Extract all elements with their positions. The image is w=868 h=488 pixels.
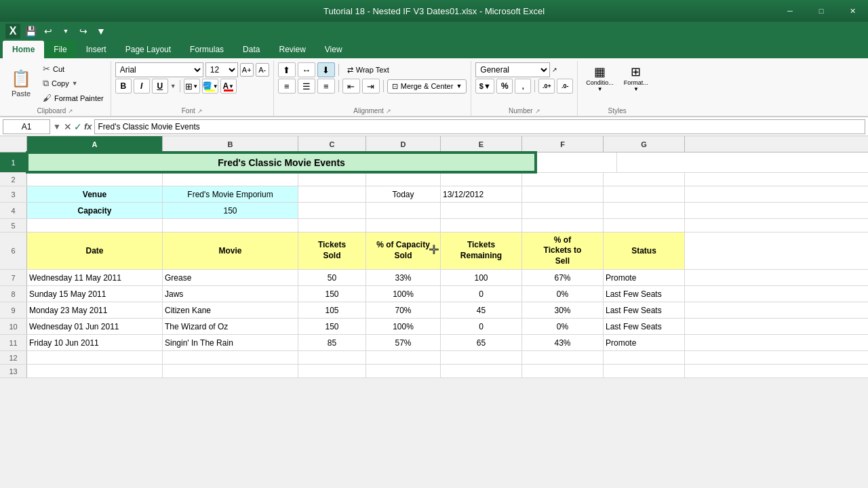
format-as-table-button[interactable]: ⊞ Format... ▼	[620, 62, 652, 94]
cell-d3[interactable]: Today	[366, 186, 441, 202]
cell-a6[interactable]: Date	[27, 232, 163, 269]
cell-b12[interactable]	[163, 351, 298, 364]
row-num-1[interactable]: 1	[0, 152, 27, 172]
cell-c9[interactable]: 105	[298, 302, 366, 318]
align-top-button[interactable]: ⬆	[278, 62, 296, 77]
cell-d9[interactable]: 70%	[366, 302, 441, 318]
underline-button[interactable]: U	[152, 79, 168, 94]
clipboard-expander[interactable]: ↗	[68, 108, 73, 115]
cell-d6[interactable]: % of Capacity Sold ✛	[366, 232, 441, 269]
tab-view[interactable]: View	[315, 41, 352, 58]
copy-button[interactable]: ⧉ Copy ▼	[40, 77, 106, 90]
decrease-indent-button[interactable]: ⇤	[342, 79, 360, 94]
cell-g10[interactable]: Last Few Seats	[604, 319, 685, 334]
tab-home[interactable]: Home	[3, 41, 44, 58]
cell-e8[interactable]: 0	[441, 286, 522, 302]
increase-decimal-button[interactable]: .0+	[538, 79, 555, 94]
cell-d8[interactable]: 100%	[366, 286, 441, 302]
row-num-4[interactable]: 4	[0, 203, 27, 218]
font-color-dropdown[interactable]: ▼	[229, 83, 234, 89]
merge-dropdown[interactable]: ▼	[456, 83, 462, 89]
row-num-9[interactable]: 9	[0, 302, 27, 318]
fill-dropdown[interactable]: ▼	[213, 83, 218, 89]
cell-d12[interactable]	[366, 351, 441, 364]
cell-e5[interactable]	[441, 219, 522, 232]
col-header-d[interactable]: D	[366, 136, 441, 152]
underline-dropdown[interactable]: ▼	[170, 83, 176, 89]
percent-button[interactable]: %	[496, 79, 513, 94]
col-header-a[interactable]: A	[27, 136, 163, 152]
cell-c12[interactable]	[298, 351, 366, 364]
cell-f4[interactable]	[522, 203, 604, 218]
cell-g4[interactable]	[604, 203, 685, 218]
row-num-6[interactable]: 6	[0, 232, 27, 269]
cell-b13[interactable]	[163, 365, 298, 378]
cell-g1[interactable]	[536, 152, 617, 172]
tab-page-layout[interactable]: Page Layout	[116, 41, 180, 58]
cell-b5[interactable]	[163, 219, 298, 232]
insert-function-button[interactable]: fx	[84, 121, 92, 131]
cell-d11[interactable]: 57%	[366, 335, 441, 350]
number-format-select[interactable]: General	[475, 62, 550, 77]
tab-file[interactable]: File	[44, 41, 76, 58]
undo-dropdown[interactable]: ▼	[58, 24, 73, 39]
col-header-f[interactable]: F	[522, 136, 604, 152]
cell-f10[interactable]: 0%	[522, 319, 604, 334]
name-box-dropdown[interactable]: ▼	[53, 122, 61, 131]
row-num-10[interactable]: 10	[0, 319, 27, 334]
row-num-7[interactable]: 7	[0, 270, 27, 285]
cell-b11[interactable]: Singin' In The Rain	[163, 335, 298, 350]
bold-button[interactable]: B	[115, 79, 132, 94]
customize-qat-button[interactable]: ▼	[94, 24, 108, 39]
decrease-decimal-button[interactable]: .0-	[557, 79, 573, 94]
currency-button[interactable]: $▼	[475, 79, 494, 94]
borders-button[interactable]: ⊞ ▼	[184, 79, 200, 94]
cell-g3[interactable]	[604, 186, 685, 202]
col-header-g[interactable]: G	[604, 136, 685, 152]
cell-a9[interactable]: Monday 23 May 2011	[27, 302, 163, 318]
cell-reference-input[interactable]: A1	[3, 119, 50, 134]
cell-e9[interactable]: 45	[441, 302, 522, 318]
font-expander[interactable]: ↗	[197, 108, 203, 115]
cell-c7[interactable]: 50	[298, 270, 366, 285]
cell-g6[interactable]: Status	[604, 232, 685, 269]
cell-g8[interactable]: Last Few Seats	[604, 286, 685, 302]
align-bottom-button[interactable]: ⬇	[317, 62, 335, 77]
cell-f6[interactable]: % ofTickets toSell	[522, 232, 604, 269]
cell-e6[interactable]: TicketsRemaining	[441, 232, 522, 269]
cut-button[interactable]: ✂ Cut	[40, 62, 106, 75]
cell-b10[interactable]: The Wizard of Oz	[163, 319, 298, 334]
row-num-3[interactable]: 3	[0, 186, 27, 202]
cell-f11[interactable]: 43%	[522, 335, 604, 350]
formula-cancel-button[interactable]: ✕	[64, 121, 72, 132]
align-right-button[interactable]: ≡	[317, 79, 335, 94]
increase-indent-button[interactable]: ⇥	[362, 79, 380, 94]
cell-c13[interactable]	[298, 365, 366, 378]
cell-a1[interactable]: Fred's Classic Movie Events	[27, 152, 536, 172]
undo-button[interactable]: ↩	[41, 24, 56, 39]
row-num-11[interactable]: 11	[0, 335, 27, 350]
paste-button[interactable]: 📋 Paste	[4, 62, 38, 104]
cell-a13[interactable]	[27, 365, 163, 378]
tab-insert[interactable]: Insert	[77, 41, 116, 58]
cell-b9[interactable]: Citizen Kane	[163, 302, 298, 318]
copy-dropdown[interactable]: ▼	[72, 80, 78, 87]
cell-b3[interactable]: Fred's Movie Emporium	[163, 186, 298, 202]
cell-a7[interactable]: Wednesday 11 May 2011	[27, 270, 163, 285]
cell-b4[interactable]: 150	[163, 203, 298, 218]
italic-button[interactable]: I	[134, 79, 150, 94]
cell-a11[interactable]: Friday 10 Jun 2011	[27, 335, 163, 350]
cell-g2[interactable]	[604, 173, 685, 186]
cell-d4[interactable]	[366, 203, 441, 218]
col-header-b[interactable]: B	[163, 136, 298, 152]
redo-button[interactable]: ↪	[76, 24, 91, 39]
cell-b7[interactable]: Grease	[163, 270, 298, 285]
alignment-expander[interactable]: ↗	[386, 108, 391, 115]
tab-review[interactable]: Review	[269, 41, 315, 58]
font-name-select[interactable]: Arial	[115, 62, 203, 77]
fill-color-button[interactable]: 🪣 ▼	[202, 79, 218, 94]
close-button[interactable]: ✕	[837, 0, 868, 22]
cell-b2[interactable]	[163, 173, 298, 186]
maximize-button[interactable]: □	[806, 0, 837, 22]
font-decrease-button[interactable]: A-	[256, 63, 269, 77]
